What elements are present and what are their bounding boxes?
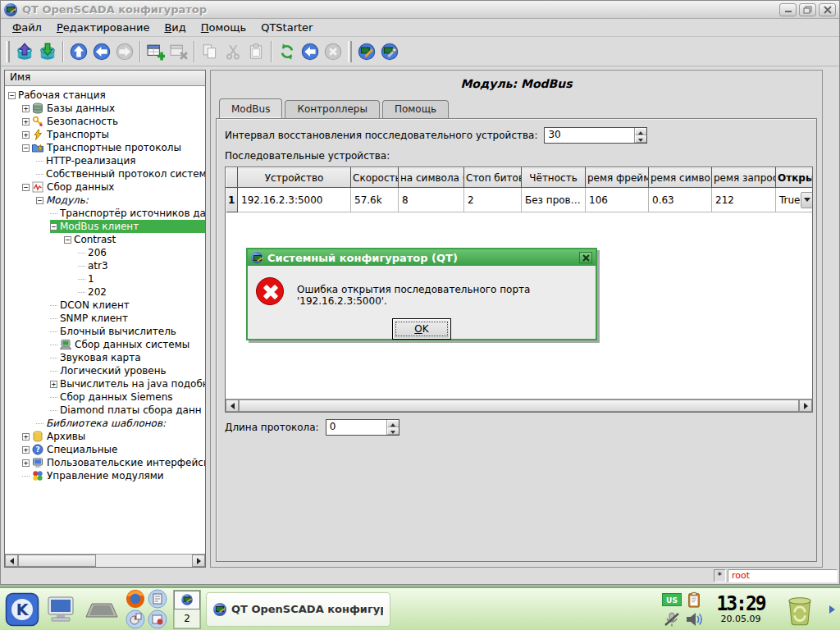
- spin-up-button[interactable]: [387, 420, 399, 427]
- mail-launcher-icon[interactable]: [147, 609, 168, 629]
- protocol-length-spinbox[interactable]: 0: [326, 419, 399, 436]
- table-cell[interactable]: Без пров…: [522, 188, 586, 212]
- minimize-button[interactable]: [779, 3, 797, 16]
- tree-item[interactable]: DCON клиент: [5, 299, 205, 312]
- tree-item[interactable]: Архивы: [5, 430, 205, 443]
- tree-item[interactable]: SNMP клиент: [5, 312, 205, 325]
- expand-icon[interactable]: [22, 446, 30, 454]
- column-header[interactable]: Открыт: [776, 168, 814, 188]
- menu-item[interactable]: Редактирование: [50, 20, 156, 35]
- table-cell[interactable]: 0.63: [649, 188, 712, 212]
- expand-icon[interactable]: [50, 381, 57, 388]
- desktop-icon[interactable]: [44, 593, 79, 626]
- spin-up-button[interactable]: [635, 128, 646, 135]
- collapse-icon[interactable]: [22, 184, 30, 191]
- tree-item[interactable]: Рабочая станция: [5, 89, 205, 102]
- tree-item[interactable]: Транспорты: [5, 128, 205, 141]
- vision-icon[interactable]: [355, 40, 378, 63]
- tree-column-header[interactable]: Имя: [5, 71, 205, 86]
- panel-hide-button[interactable]: [827, 588, 837, 630]
- close-button[interactable]: [819, 3, 836, 16]
- add-item-icon[interactable]: [144, 40, 167, 63]
- column-header[interactable]: ремя фрейм: [586, 168, 649, 188]
- expand-icon[interactable]: [22, 105, 30, 112]
- trash-icon[interactable]: [784, 592, 815, 627]
- collapse-icon[interactable]: [50, 223, 57, 231]
- tree-item[interactable]: Contrast: [5, 233, 205, 246]
- taskbar-window-button[interactable]: QT OpenSCADA конфигур: [206, 592, 390, 627]
- tree-item[interactable]: Управление модулями: [5, 469, 205, 482]
- tree-item[interactable]: 202: [5, 285, 205, 299]
- expand-icon[interactable]: [22, 459, 30, 467]
- table-horizontal-scrollbar[interactable]: [226, 399, 812, 412]
- table-cell[interactable]: 57.6k: [351, 188, 399, 212]
- column-header[interactable]: ремя запрос: [712, 168, 776, 188]
- window-titlebar[interactable]: QT OpenSCADA конфигуратор: [1, 1, 839, 19]
- tree-item[interactable]: Пользовательские интерфейсы: [5, 456, 205, 469]
- column-header[interactable]: Устройство: [238, 168, 351, 188]
- scroll-left-button[interactable]: [5, 555, 18, 567]
- scroll-right-button[interactable]: [799, 399, 812, 412]
- toolbar-handle[interactable]: [6, 41, 10, 62]
- table-cell[interactable]: 8: [399, 188, 464, 212]
- scroll-thumb[interactable]: [239, 399, 799, 412]
- column-header[interactable]: на символа (: [399, 168, 464, 188]
- collapse-icon[interactable]: [22, 144, 30, 152]
- column-header[interactable]: Скорость: [351, 168, 399, 188]
- show-desktop-icon[interactable]: [84, 593, 120, 626]
- keyboard-layout-indicator[interactable]: US: [662, 593, 682, 606]
- tree-item[interactable]: Сбор данных Siemens: [5, 390, 205, 404]
- tree-item[interactable]: Базы данных: [5, 102, 205, 115]
- tree-item[interactable]: Вычислитель на java подобн: [5, 377, 205, 390]
- start-updating-icon[interactable]: [299, 40, 322, 63]
- save-to-db-icon[interactable]: [36, 40, 59, 63]
- tree-item[interactable]: 1: [5, 272, 205, 285]
- spin-down-button[interactable]: [635, 135, 646, 143]
- menu-item[interactable]: Вид: [158, 20, 192, 35]
- tree-item[interactable]: 206: [5, 246, 205, 259]
- column-header[interactable]: ремя симво: [649, 168, 712, 188]
- expand-icon[interactable]: [22, 131, 30, 139]
- maximize-button[interactable]: [799, 3, 816, 16]
- menu-item[interactable]: Помощь: [194, 20, 253, 35]
- tree-item[interactable]: Безопасность: [5, 115, 205, 128]
- load-from-db-icon[interactable]: [13, 40, 36, 63]
- k-menu-button[interactable]: K: [5, 592, 39, 627]
- tree-horizontal-scrollbar[interactable]: [5, 554, 205, 567]
- collapse-icon[interactable]: [64, 236, 71, 244]
- clock[interactable]: 13:29 20.05.09: [709, 595, 773, 624]
- devices-table[interactable]: УстройствоСкоростьна символа (Стоп битов…: [226, 167, 813, 212]
- office-launcher-icon[interactable]: [147, 589, 168, 609]
- tree-item[interactable]: Транспортные протоколы: [5, 141, 205, 154]
- scroll-left-button[interactable]: [226, 399, 239, 412]
- combo-dropdown-icon[interactable]: [801, 192, 814, 208]
- collapse-icon[interactable]: [36, 197, 43, 204]
- tree-item[interactable]: Сбор данных: [5, 180, 205, 194]
- microphone-muted-icon[interactable]: [663, 611, 681, 628]
- tree-item[interactable]: Diamond платы сбора данн: [5, 404, 205, 417]
- table-cell[interactable]: 2: [464, 188, 522, 212]
- row-number[interactable]: 1: [226, 188, 238, 212]
- chart-launcher-icon[interactable]: [125, 609, 146, 629]
- table-cell[interactable]: 192.16.2.3:5000: [238, 188, 351, 212]
- go-up-icon[interactable]: [67, 40, 90, 63]
- menu-item[interactable]: Файл: [6, 20, 48, 35]
- toolbar-handle[interactable]: [348, 41, 352, 62]
- table-cell[interactable]: 106: [586, 188, 649, 212]
- pager-desktop-2[interactable]: 2: [174, 609, 200, 628]
- tree-item[interactable]: Логический уровень: [5, 364, 205, 377]
- column-header[interactable]: Стоп битов: [464, 168, 522, 188]
- go-back-icon[interactable]: [90, 40, 113, 63]
- firefox-launcher-icon[interactable]: [125, 589, 146, 609]
- spin-down-button[interactable]: [387, 427, 399, 435]
- tree-item[interactable]: ModBus клиент: [5, 220, 205, 233]
- table-cell-combo[interactable]: True: [776, 188, 814, 212]
- clipboard-icon[interactable]: [686, 591, 702, 609]
- volume-icon[interactable]: [685, 611, 703, 628]
- table-cell[interactable]: 212: [712, 188, 776, 212]
- expand-icon[interactable]: [22, 118, 30, 126]
- configurator-icon[interactable]: [378, 40, 401, 63]
- tree-item[interactable]: atr3: [5, 259, 205, 272]
- tree-item[interactable]: Сбор данных системы: [5, 338, 205, 351]
- dialog-close-button[interactable]: [579, 252, 592, 263]
